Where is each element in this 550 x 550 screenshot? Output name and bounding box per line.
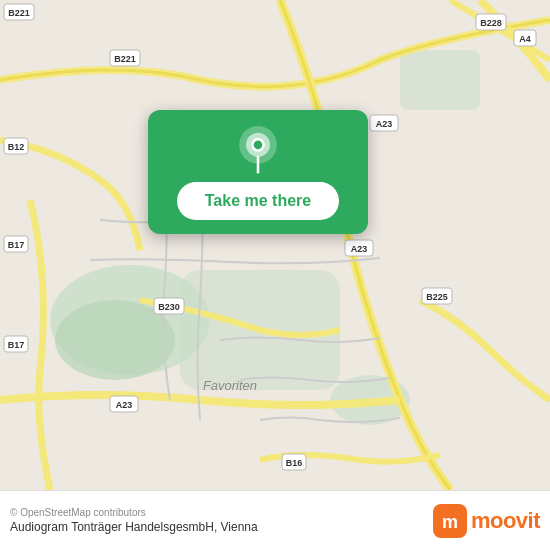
bottom-bar: © OpenStreetMap contributors Audiogram T… xyxy=(0,490,550,550)
attribution-text: © OpenStreetMap contributors xyxy=(10,507,433,518)
svg-text:B221: B221 xyxy=(114,54,136,64)
moovit-icon: m xyxy=(433,504,467,538)
map-container: B221 B221 B12 A23 A23 B17 B17 B230 B225 … xyxy=(0,0,550,490)
location-pin-icon xyxy=(234,126,282,174)
svg-text:B230: B230 xyxy=(158,302,180,312)
svg-text:A23: A23 xyxy=(116,400,133,410)
svg-text:B225: B225 xyxy=(426,292,448,302)
map-background: B221 B221 B12 A23 A23 B17 B17 B230 B225 … xyxy=(0,0,550,490)
svg-text:B16: B16 xyxy=(286,458,303,468)
svg-text:Favoriten: Favoriten xyxy=(203,378,257,393)
take-me-there-button[interactable]: Take me there xyxy=(177,182,339,220)
svg-text:A23: A23 xyxy=(351,244,368,254)
location-card: Take me there xyxy=(148,110,368,234)
svg-rect-5 xyxy=(400,50,480,110)
svg-text:m: m xyxy=(442,512,458,532)
svg-text:B221: B221 xyxy=(8,8,30,18)
svg-text:A4: A4 xyxy=(519,34,531,44)
svg-text:B228: B228 xyxy=(480,18,502,28)
moovit-logo: m moovit xyxy=(433,504,540,538)
svg-point-36 xyxy=(254,141,263,150)
svg-text:B12: B12 xyxy=(8,142,25,152)
svg-text:B17: B17 xyxy=(8,340,25,350)
svg-text:B17: B17 xyxy=(8,240,25,250)
moovit-label: moovit xyxy=(471,508,540,534)
place-name: Audiogram Tonträger HandelsgesmbH, Vienn… xyxy=(10,520,433,534)
svg-text:A23: A23 xyxy=(376,119,393,129)
